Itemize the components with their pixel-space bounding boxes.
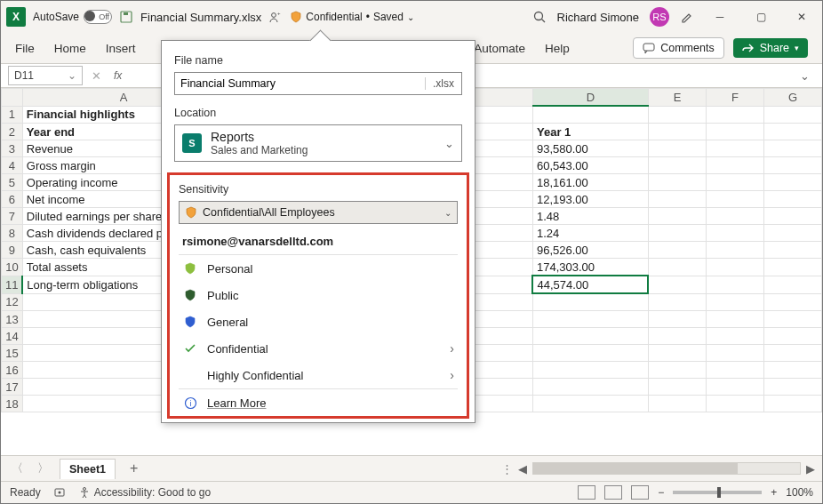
cell[interactable] xyxy=(763,345,821,362)
cell[interactable] xyxy=(706,328,763,345)
row-header[interactable]: 5 xyxy=(2,174,23,191)
row-header[interactable]: 9 xyxy=(2,242,23,259)
cell[interactable] xyxy=(706,276,763,293)
row-header[interactable]: 7 xyxy=(2,208,23,225)
cell[interactable] xyxy=(532,311,648,328)
cancel-fx-icon[interactable]: ✕ xyxy=(88,69,105,83)
location-picker[interactable]: S Reports Sales and Marketing ⌄ xyxy=(174,124,462,162)
row-header[interactable]: 17 xyxy=(2,379,23,396)
cell[interactable]: 44,574.00 xyxy=(532,276,648,293)
cell[interactable]: 96,526.00 xyxy=(532,242,648,259)
view-pagebreak-icon[interactable] xyxy=(631,485,649,500)
cell[interactable]: 174,303.00 xyxy=(532,259,648,276)
close-button[interactable]: ✕ xyxy=(787,4,817,29)
sensitivity-learn-more[interactable]: i Learn More xyxy=(179,388,458,416)
cell[interactable] xyxy=(706,106,763,124)
cell[interactable] xyxy=(706,124,763,140)
cell[interactable]: 60,543.00 xyxy=(532,157,648,174)
sensitivity-item[interactable]: Personal xyxy=(179,255,458,282)
cell[interactable] xyxy=(763,140,821,157)
tab-insert[interactable]: Insert xyxy=(106,42,136,55)
cell[interactable] xyxy=(648,106,706,124)
zoom-out-button[interactable]: − xyxy=(658,486,664,499)
row-header[interactable]: 6 xyxy=(2,191,23,208)
autosave-toggle[interactable]: AutoSave Off xyxy=(33,10,112,24)
maximize-button[interactable]: ▢ xyxy=(746,4,776,29)
cell[interactable] xyxy=(706,362,763,379)
cell[interactable] xyxy=(763,174,821,191)
zoom-level[interactable]: 100% xyxy=(786,486,813,499)
cell[interactable] xyxy=(532,396,648,412)
cell[interactable]: 18,161.00 xyxy=(532,174,648,191)
row-header[interactable]: 1 xyxy=(2,106,23,124)
name-box[interactable]: D11 ⌄ xyxy=(8,66,83,85)
cell[interactable] xyxy=(763,362,821,379)
share-button[interactable]: Share ▾ xyxy=(733,38,808,58)
tab-split-handle[interactable]: ⋮ xyxy=(501,462,513,476)
cell[interactable] xyxy=(648,345,706,362)
cell[interactable] xyxy=(763,293,821,311)
cell[interactable] xyxy=(648,311,706,328)
cell[interactable]: Year 1 xyxy=(532,124,648,140)
cell[interactable] xyxy=(648,225,706,242)
cell[interactable]: 1.48 xyxy=(532,208,648,225)
cell[interactable] xyxy=(648,362,706,379)
cell[interactable] xyxy=(763,379,821,396)
cell[interactable] xyxy=(763,276,821,293)
cell[interactable] xyxy=(763,259,821,276)
cell[interactable] xyxy=(763,396,821,412)
share-users-icon[interactable]: + xyxy=(268,10,283,24)
cell[interactable] xyxy=(648,174,706,191)
view-pagelayout-icon[interactable] xyxy=(604,485,622,500)
cell[interactable] xyxy=(648,293,706,311)
cell[interactable] xyxy=(648,191,706,208)
minimize-button[interactable]: ─ xyxy=(705,4,735,29)
sensitivity-selected[interactable]: Confidential\All Employees ⌄ xyxy=(179,201,458,224)
toggle-off-icon[interactable]: Off xyxy=(84,10,112,24)
tab-help[interactable]: Help xyxy=(545,42,570,55)
document-name[interactable]: Financial Summary.xlsx xyxy=(140,11,261,24)
cell[interactable] xyxy=(648,140,706,157)
sheet-tab-sheet1[interactable]: Sheet1 xyxy=(60,459,116,479)
prev-sheet-icon[interactable]: 〈 xyxy=(8,461,27,476)
expand-formula-bar-icon[interactable]: ⌄ xyxy=(795,69,815,83)
row-header[interactable]: 12 xyxy=(2,293,23,311)
cell[interactable] xyxy=(648,208,706,225)
select-all-corner[interactable] xyxy=(2,89,23,107)
row-header[interactable]: 16 xyxy=(2,362,23,379)
cell[interactable] xyxy=(706,293,763,311)
fx-icon[interactable]: fx xyxy=(110,69,125,82)
save-icon[interactable] xyxy=(119,10,133,24)
cell[interactable] xyxy=(763,124,821,140)
pen-icon[interactable] xyxy=(680,10,694,24)
cell[interactable] xyxy=(648,242,706,259)
sensitivity-item[interactable]: Public xyxy=(179,282,458,308)
row-header[interactable]: 15 xyxy=(2,345,23,362)
sensitivity-item[interactable]: Highly Confidential› xyxy=(179,362,458,388)
scroll-left-icon[interactable]: ◀ xyxy=(518,462,527,476)
cell[interactable] xyxy=(706,225,763,242)
cell[interactable] xyxy=(763,191,821,208)
cell[interactable] xyxy=(648,157,706,174)
sensitivity-item[interactable]: Confidential› xyxy=(179,335,458,362)
row-header[interactable]: 3 xyxy=(2,140,23,157)
sensitivity-item[interactable]: General xyxy=(179,308,458,335)
tab-file[interactable]: File xyxy=(15,42,35,55)
cell[interactable] xyxy=(532,328,648,345)
cell[interactable] xyxy=(706,311,763,328)
next-sheet-icon[interactable]: 〉 xyxy=(34,461,52,476)
add-sheet-button[interactable]: + xyxy=(123,461,145,476)
cell[interactable]: 1.24 xyxy=(532,225,648,242)
cell[interactable] xyxy=(706,259,763,276)
col-header-g[interactable]: G xyxy=(763,89,821,107)
search-icon[interactable] xyxy=(532,10,547,24)
comments-button[interactable]: Comments xyxy=(633,37,723,59)
cell[interactable] xyxy=(648,124,706,140)
cell[interactable] xyxy=(648,328,706,345)
cell[interactable]: 12,193.00 xyxy=(532,191,648,208)
cell[interactable] xyxy=(763,225,821,242)
zoom-in-button[interactable]: + xyxy=(771,486,777,499)
scroll-right-icon[interactable]: ▶ xyxy=(806,462,815,476)
zoom-slider[interactable] xyxy=(673,491,762,494)
cell[interactable] xyxy=(706,242,763,259)
